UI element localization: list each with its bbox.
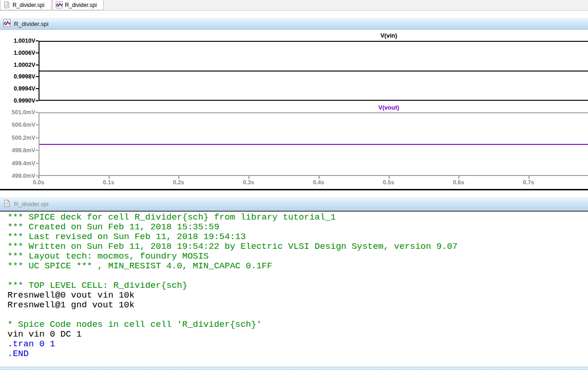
y-axis-tick <box>36 65 39 65</box>
code-line: Rresnwell@0 vout vin 10k <box>7 291 588 300</box>
x-axis-label: 0.4s <box>313 179 324 186</box>
spice-deck-text[interactable]: *** SPICE deck for cell R_divider{sch} f… <box>0 211 588 367</box>
tab-waveform-view[interactable]: R_divider.spi <box>52 0 104 10</box>
x-axis-label: 0.3s <box>243 179 254 186</box>
code-line: *** Created on Sun Feb 11, 2018 15:35:59 <box>7 222 588 232</box>
x-axis-tick <box>178 176 179 179</box>
code-line <box>7 310 588 320</box>
y-axis-label: 500.2mV <box>0 134 35 142</box>
code-line: *** Layout tech: mocmos, foundry MOSIS <box>7 252 588 261</box>
tab-spice-text-file[interactable]: R_divider.spi <box>0 0 52 10</box>
code-line: Rresnwell@1 gnd vout 10k <box>7 300 588 310</box>
x-axis-tick <box>389 176 390 179</box>
y-axis-label: 0.9998V <box>0 73 35 80</box>
x-axis-tick <box>458 176 459 179</box>
code-line: vin vin 0 DC 1 <box>7 330 588 339</box>
y-axis-label: 1.0006V <box>0 49 35 57</box>
y-axis-label: 1.0002V <box>0 61 35 69</box>
code-line: *** Last revised on Sun Feb 11, 2018 19:… <box>7 232 588 242</box>
code-line: * Spice Code nodes in cell cell 'R_divid… <box>7 320 588 330</box>
y-axis-label: 501.0mV <box>0 109 35 116</box>
x-axis-label: 0.0s <box>33 179 44 186</box>
waveform-icon <box>56 1 63 8</box>
signal-title-vout[interactable]: V(vout) <box>379 104 399 111</box>
x-axis-label: 0.6s <box>453 179 464 186</box>
waveform-trace-vin[interactable] <box>39 71 588 71</box>
y-axis-tick <box>36 150 39 151</box>
y-axis-tick <box>36 76 39 77</box>
window-divider[interactable] <box>0 189 588 190</box>
code-line: .tran 0 1 <box>7 339 588 349</box>
x-axis-tick <box>529 176 529 179</box>
y-axis-tick <box>36 88 39 89</box>
code-line <box>7 271 588 281</box>
text-file-icon <box>3 200 11 208</box>
text-file-icon <box>3 1 10 8</box>
y-axis-tick <box>36 40 39 41</box>
code-line: *** UC SPICE *** , MIN_RESIST 4.0, MIN_C… <box>7 261 588 271</box>
x-axis-tick <box>39 176 39 179</box>
x-axis-label: 0.7s <box>523 179 534 186</box>
x-axis-tick <box>109 176 110 179</box>
window-title: R_divider.spi <box>14 20 48 27</box>
bottom-window-edge <box>0 367 588 370</box>
signal-title-vin[interactable]: V(vin) <box>380 32 397 39</box>
waveform-window-titlebar[interactable]: R_divider.spi <box>0 18 588 30</box>
y-axis-label: 0.9990V <box>0 97 35 104</box>
waveform-plot-area[interactable]: V(vin)1.0010V1.0006V1.0002V0.9998V0.9994… <box>0 30 588 189</box>
y-axis-tick <box>36 112 39 113</box>
y-axis-tick <box>36 100 39 101</box>
code-line: *** TOP LEVEL CELL: R_divider{sch} <box>7 281 588 291</box>
text-window-titlebar[interactable]: R_divider.spi <box>0 197 588 211</box>
code-line: *** SPICE deck for cell R_divider{sch} f… <box>7 213 588 222</box>
x-axis-label: 0.5s <box>383 179 394 186</box>
x-axis-tick <box>248 176 249 179</box>
x-axis-tick <box>319 176 320 179</box>
code-line: .END <box>7 349 588 359</box>
y-axis-label: 499.0mV <box>0 172 35 180</box>
y-axis-tick <box>36 163 39 164</box>
window-title: R_divider.spi <box>14 201 48 208</box>
y-axis-tick <box>36 137 39 138</box>
code-line: *** Written on Sun Feb 11, 2018 19:54:22… <box>7 242 588 252</box>
waveform-icon <box>3 19 11 28</box>
x-axis-label: 0.2s <box>173 179 184 186</box>
y-axis-label: 500.6mV <box>0 121 35 129</box>
y-axis-tick <box>36 52 39 53</box>
y-axis-label: 0.9994V <box>0 85 35 92</box>
y-axis-label: 499.8mV <box>0 147 35 154</box>
x-axis-label: 0.1s <box>103 179 114 186</box>
y-axis-label: 499.4mV <box>0 160 35 167</box>
y-axis-label: 1.0010V <box>0 37 35 45</box>
y-axis-tick <box>36 124 39 125</box>
tab-label: R_divider.spi <box>13 2 45 8</box>
waveform-trace-vout[interactable] <box>39 144 588 145</box>
tab-bar: R_divider.spi R_divider.spi <box>0 0 588 11</box>
screen: R_divider.spi R_divider.spi R_divider.sp… <box>0 0 588 370</box>
tab-label: R_divider.spi <box>65 2 97 8</box>
